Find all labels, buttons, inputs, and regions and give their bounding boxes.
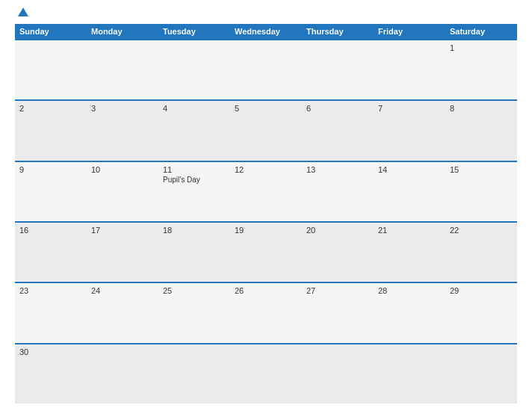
day-number: 17 <box>91 226 154 235</box>
calendar-cell: 10 <box>87 162 158 221</box>
day-number: 13 <box>306 165 369 174</box>
day-number: 5 <box>235 104 297 113</box>
calendar-cell <box>15 40 87 99</box>
day-number: 30 <box>19 347 82 356</box>
calendar-cell: 28 <box>374 283 445 342</box>
day-number: 1 <box>450 43 513 52</box>
calendar-cell: 22 <box>445 223 517 282</box>
day-number: 12 <box>235 165 297 174</box>
calendar-body: 1234567891011Pupil's Day1213141516171819… <box>15 39 517 404</box>
weekday-header-monday: Monday <box>87 24 158 39</box>
day-number: 26 <box>235 286 297 295</box>
day-number: 18 <box>163 226 226 235</box>
calendar-cell: 13 <box>302 162 374 221</box>
calendar: SundayMondayTuesdayWednesdayThursdayFrid… <box>15 24 517 404</box>
calendar-cell <box>87 40 158 99</box>
calendar-cell: 16 <box>15 223 87 282</box>
logo-triangle-icon <box>18 7 28 16</box>
calendar-row-3: 16171819202122 <box>15 221 517 282</box>
calendar-cell: 12 <box>230 162 302 221</box>
calendar-row-4: 23242526272829 <box>15 282 517 342</box>
calendar-cell <box>158 344 230 404</box>
header <box>15 7 517 18</box>
calendar-cell: 7 <box>374 101 445 160</box>
day-number: 10 <box>91 165 154 174</box>
logo <box>15 7 28 18</box>
calendar-cell <box>230 40 302 99</box>
day-number: 7 <box>378 104 441 113</box>
calendar-cell: 2 <box>15 101 87 160</box>
calendar-cell: 26 <box>230 283 302 342</box>
calendar-cell: 18 <box>158 223 230 282</box>
calendar-cell: 19 <box>230 223 302 282</box>
calendar-row-0: 1 <box>15 39 517 99</box>
calendar-cell: 30 <box>15 344 87 404</box>
day-number: 14 <box>378 165 441 174</box>
calendar-cell: 20 <box>302 223 374 282</box>
day-number: 22 <box>450 226 513 235</box>
calendar-cell: 17 <box>87 223 158 282</box>
calendar-cell: 21 <box>374 223 445 282</box>
calendar-cell <box>374 40 445 99</box>
calendar-header: SundayMondayTuesdayWednesdayThursdayFrid… <box>15 24 517 39</box>
calendar-cell <box>445 344 517 404</box>
day-number: 9 <box>19 165 82 174</box>
calendar-cell: 11Pupil's Day <box>158 162 230 221</box>
calendar-cell: 3 <box>87 101 158 160</box>
calendar-cell: 24 <box>87 283 158 342</box>
day-number: 19 <box>235 226 297 235</box>
calendar-cell: 23 <box>15 283 87 342</box>
day-number: 15 <box>450 165 513 174</box>
calendar-cell: 4 <box>158 101 230 160</box>
calendar-cell: 1 <box>445 40 517 99</box>
day-number: 24 <box>91 286 154 295</box>
calendar-cell <box>302 40 374 99</box>
event-label: Pupil's Day <box>163 176 226 184</box>
day-number: 28 <box>378 286 441 295</box>
calendar-row-2: 91011Pupil's Day12131415 <box>15 161 517 221</box>
calendar-row-5: 30 <box>15 343 517 404</box>
weekday-header-friday: Friday <box>374 24 445 39</box>
day-number: 3 <box>91 104 154 113</box>
day-number: 11 <box>163 165 226 174</box>
calendar-cell <box>302 344 374 404</box>
calendar-cell: 5 <box>230 101 302 160</box>
day-number: 16 <box>19 226 82 235</box>
weekday-header-wednesday: Wednesday <box>230 24 302 39</box>
day-number: 4 <box>163 104 226 113</box>
day-number: 27 <box>306 286 369 295</box>
weekday-header-sunday: Sunday <box>15 24 87 39</box>
calendar-cell: 29 <box>445 283 517 342</box>
calendar-cell: 14 <box>374 162 445 221</box>
calendar-cell: 6 <box>302 101 374 160</box>
calendar-row-1: 2345678 <box>15 99 517 160</box>
day-number: 25 <box>163 286 226 295</box>
calendar-cell: 27 <box>302 283 374 342</box>
weekday-header-saturday: Saturday <box>445 24 517 39</box>
day-number: 23 <box>19 286 82 295</box>
calendar-cell <box>87 344 158 404</box>
calendar-cell: 8 <box>445 101 517 160</box>
calendar-cell <box>230 344 302 404</box>
calendar-cell: 15 <box>445 162 517 221</box>
weekday-header-tuesday: Tuesday <box>158 24 230 39</box>
day-number: 6 <box>306 104 369 113</box>
day-number: 2 <box>19 104 82 113</box>
calendar-cell: 9 <box>15 162 87 221</box>
calendar-cell: 25 <box>158 283 230 342</box>
calendar-page: SundayMondayTuesdayWednesdayThursdayFrid… <box>0 0 532 411</box>
calendar-cell <box>374 344 445 404</box>
calendar-cell <box>158 40 230 99</box>
weekday-header-thursday: Thursday <box>302 24 374 39</box>
day-number: 21 <box>378 226 441 235</box>
day-number: 20 <box>306 226 369 235</box>
day-number: 29 <box>450 286 513 295</box>
day-number: 8 <box>450 104 513 113</box>
